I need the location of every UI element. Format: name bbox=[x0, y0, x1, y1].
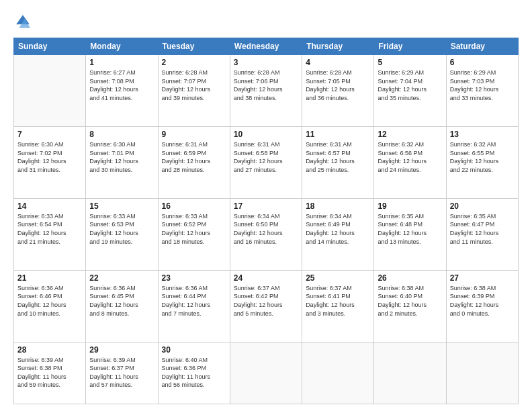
day-number: 18 bbox=[306, 201, 370, 211]
day-number: 14 bbox=[17, 201, 82, 211]
day-info: Sunrise: 6:40 AM Sunset: 6:36 PM Dayligh… bbox=[162, 356, 226, 390]
day-number: 29 bbox=[89, 345, 154, 355]
calendar-cell bbox=[302, 342, 374, 404]
day-number: 9 bbox=[162, 130, 226, 139]
day-info: Sunrise: 6:38 AM Sunset: 6:40 PM Dayligh… bbox=[378, 284, 442, 318]
day-info: Sunrise: 6:39 AM Sunset: 6:37 PM Dayligh… bbox=[89, 356, 154, 390]
weekday-header-friday: Friday bbox=[374, 38, 446, 55]
calendar-cell: 15Sunrise: 6:33 AM Sunset: 6:53 PM Dayli… bbox=[86, 198, 158, 270]
calendar-cell bbox=[446, 342, 518, 404]
day-info: Sunrise: 6:37 AM Sunset: 6:41 PM Dayligh… bbox=[306, 284, 370, 318]
day-number: 24 bbox=[234, 273, 298, 283]
day-info: Sunrise: 6:35 AM Sunset: 6:47 PM Dayligh… bbox=[450, 212, 515, 246]
calendar-cell: 21Sunrise: 6:36 AM Sunset: 6:46 PM Dayli… bbox=[14, 270, 86, 342]
day-info: Sunrise: 6:33 AM Sunset: 6:54 PM Dayligh… bbox=[17, 212, 82, 246]
weekday-header-row: SundayMondayTuesdayWednesdayThursdayFrid… bbox=[14, 38, 519, 55]
day-number: 11 bbox=[306, 130, 370, 139]
day-number: 17 bbox=[234, 201, 298, 211]
day-number: 12 bbox=[378, 130, 442, 139]
day-info: Sunrise: 6:28 AM Sunset: 7:07 PM Dayligh… bbox=[162, 68, 226, 102]
day-info: Sunrise: 6:37 AM Sunset: 6:42 PM Dayligh… bbox=[234, 284, 298, 318]
calendar-cell bbox=[374, 342, 446, 404]
calendar-cell: 2Sunrise: 6:28 AM Sunset: 7:07 PM Daylig… bbox=[158, 55, 230, 127]
day-number: 2 bbox=[162, 58, 226, 67]
day-info: Sunrise: 6:29 AM Sunset: 7:04 PM Dayligh… bbox=[378, 68, 442, 102]
week-row-5: 28Sunrise: 6:39 AM Sunset: 6:38 PM Dayli… bbox=[14, 342, 519, 404]
calendar-cell: 17Sunrise: 6:34 AM Sunset: 6:50 PM Dayli… bbox=[230, 198, 302, 270]
calendar-cell bbox=[230, 342, 302, 404]
day-info: Sunrise: 6:36 AM Sunset: 6:44 PM Dayligh… bbox=[162, 284, 226, 318]
day-info: Sunrise: 6:32 AM Sunset: 6:56 PM Dayligh… bbox=[378, 140, 442, 174]
day-number: 27 bbox=[450, 273, 515, 283]
day-info: Sunrise: 6:39 AM Sunset: 6:38 PM Dayligh… bbox=[17, 356, 82, 390]
calendar-cell: 9Sunrise: 6:31 AM Sunset: 6:59 PM Daylig… bbox=[158, 126, 230, 198]
calendar-cell: 29Sunrise: 6:39 AM Sunset: 6:37 PM Dayli… bbox=[86, 342, 158, 404]
calendar-cell: 23Sunrise: 6:36 AM Sunset: 6:44 PM Dayli… bbox=[158, 270, 230, 342]
day-number: 6 bbox=[450, 58, 515, 67]
day-number: 15 bbox=[89, 201, 154, 211]
calendar-table: SundayMondayTuesdayWednesdayThursdayFrid… bbox=[13, 38, 519, 404]
day-number: 22 bbox=[89, 273, 154, 283]
calendar-cell: 30Sunrise: 6:40 AM Sunset: 6:36 PM Dayli… bbox=[158, 342, 230, 404]
calendar-cell: 12Sunrise: 6:32 AM Sunset: 6:56 PM Dayli… bbox=[374, 126, 446, 198]
calendar-cell: 8Sunrise: 6:30 AM Sunset: 7:01 PM Daylig… bbox=[86, 126, 158, 198]
week-row-4: 21Sunrise: 6:36 AM Sunset: 6:46 PM Dayli… bbox=[14, 270, 519, 342]
day-info: Sunrise: 6:35 AM Sunset: 6:48 PM Dayligh… bbox=[378, 212, 442, 246]
day-info: Sunrise: 6:34 AM Sunset: 6:49 PM Dayligh… bbox=[306, 212, 370, 246]
day-info: Sunrise: 6:36 AM Sunset: 6:45 PM Dayligh… bbox=[89, 284, 154, 318]
week-row-2: 7Sunrise: 6:30 AM Sunset: 7:02 PM Daylig… bbox=[14, 126, 519, 198]
calendar-cell: 5Sunrise: 6:29 AM Sunset: 7:04 PM Daylig… bbox=[374, 55, 446, 127]
day-info: Sunrise: 6:27 AM Sunset: 7:08 PM Dayligh… bbox=[89, 68, 154, 102]
calendar-cell: 18Sunrise: 6:34 AM Sunset: 6:49 PM Dayli… bbox=[302, 198, 374, 270]
day-number: 19 bbox=[378, 201, 442, 211]
calendar-cell: 28Sunrise: 6:39 AM Sunset: 6:38 PM Dayli… bbox=[14, 342, 86, 404]
calendar-cell: 6Sunrise: 6:29 AM Sunset: 7:03 PM Daylig… bbox=[446, 55, 518, 127]
calendar-cell: 1Sunrise: 6:27 AM Sunset: 7:08 PM Daylig… bbox=[86, 55, 158, 127]
day-info: Sunrise: 6:34 AM Sunset: 6:50 PM Dayligh… bbox=[234, 212, 298, 246]
day-number: 16 bbox=[162, 201, 226, 211]
day-info: Sunrise: 6:33 AM Sunset: 6:53 PM Dayligh… bbox=[89, 212, 154, 246]
day-info: Sunrise: 6:38 AM Sunset: 6:39 PM Dayligh… bbox=[450, 284, 515, 318]
day-number: 28 bbox=[17, 345, 82, 355]
day-info: Sunrise: 6:31 AM Sunset: 6:57 PM Dayligh… bbox=[306, 140, 370, 174]
day-number: 20 bbox=[450, 201, 515, 211]
day-info: Sunrise: 6:33 AM Sunset: 6:52 PM Dayligh… bbox=[162, 212, 226, 246]
calendar-cell: 25Sunrise: 6:37 AM Sunset: 6:41 PM Dayli… bbox=[302, 270, 374, 342]
weekday-header-saturday: Saturday bbox=[446, 38, 518, 55]
day-number: 4 bbox=[306, 58, 370, 67]
day-info: Sunrise: 6:30 AM Sunset: 7:01 PM Dayligh… bbox=[89, 140, 154, 174]
day-info: Sunrise: 6:32 AM Sunset: 6:55 PM Dayligh… bbox=[450, 140, 515, 174]
calendar-cell: 20Sunrise: 6:35 AM Sunset: 6:47 PM Dayli… bbox=[446, 198, 518, 270]
calendar-cell: 22Sunrise: 6:36 AM Sunset: 6:45 PM Dayli… bbox=[86, 270, 158, 342]
calendar-cell: 4Sunrise: 6:28 AM Sunset: 7:05 PM Daylig… bbox=[302, 55, 374, 127]
calendar-cell: 14Sunrise: 6:33 AM Sunset: 6:54 PM Dayli… bbox=[14, 198, 86, 270]
calendar-cell: 16Sunrise: 6:33 AM Sunset: 6:52 PM Dayli… bbox=[158, 198, 230, 270]
day-info: Sunrise: 6:30 AM Sunset: 7:02 PM Dayligh… bbox=[17, 140, 82, 174]
day-info: Sunrise: 6:31 AM Sunset: 6:59 PM Dayligh… bbox=[162, 140, 226, 174]
week-row-1: 1Sunrise: 6:27 AM Sunset: 7:08 PM Daylig… bbox=[14, 55, 519, 127]
day-info: Sunrise: 6:28 AM Sunset: 7:06 PM Dayligh… bbox=[234, 68, 298, 102]
day-number: 5 bbox=[378, 58, 442, 67]
calendar-cell: 26Sunrise: 6:38 AM Sunset: 6:40 PM Dayli… bbox=[374, 270, 446, 342]
calendar-cell: 19Sunrise: 6:35 AM Sunset: 6:48 PM Dayli… bbox=[374, 198, 446, 270]
logo bbox=[13, 12, 35, 31]
day-number: 3 bbox=[234, 58, 298, 67]
calendar-cell: 13Sunrise: 6:32 AM Sunset: 6:55 PM Dayli… bbox=[446, 126, 518, 198]
day-info: Sunrise: 6:28 AM Sunset: 7:05 PM Dayligh… bbox=[306, 68, 370, 102]
calendar-cell: 7Sunrise: 6:30 AM Sunset: 7:02 PM Daylig… bbox=[14, 126, 86, 198]
weekday-header-sunday: Sunday bbox=[14, 38, 86, 55]
calendar-cell: 27Sunrise: 6:38 AM Sunset: 6:39 PM Dayli… bbox=[446, 270, 518, 342]
calendar-cell: 24Sunrise: 6:37 AM Sunset: 6:42 PM Dayli… bbox=[230, 270, 302, 342]
day-info: Sunrise: 6:29 AM Sunset: 7:03 PM Dayligh… bbox=[450, 68, 515, 102]
day-number: 10 bbox=[234, 130, 298, 139]
logo-icon bbox=[13, 12, 32, 31]
day-number: 1 bbox=[89, 58, 154, 67]
day-number: 30 bbox=[162, 345, 226, 355]
week-row-3: 14Sunrise: 6:33 AM Sunset: 6:54 PM Dayli… bbox=[14, 198, 519, 270]
day-number: 26 bbox=[378, 273, 442, 283]
weekday-header-tuesday: Tuesday bbox=[158, 38, 230, 55]
day-number: 13 bbox=[450, 130, 515, 139]
day-number: 25 bbox=[306, 273, 370, 283]
header bbox=[13, 12, 519, 31]
day-number: 21 bbox=[17, 273, 82, 283]
